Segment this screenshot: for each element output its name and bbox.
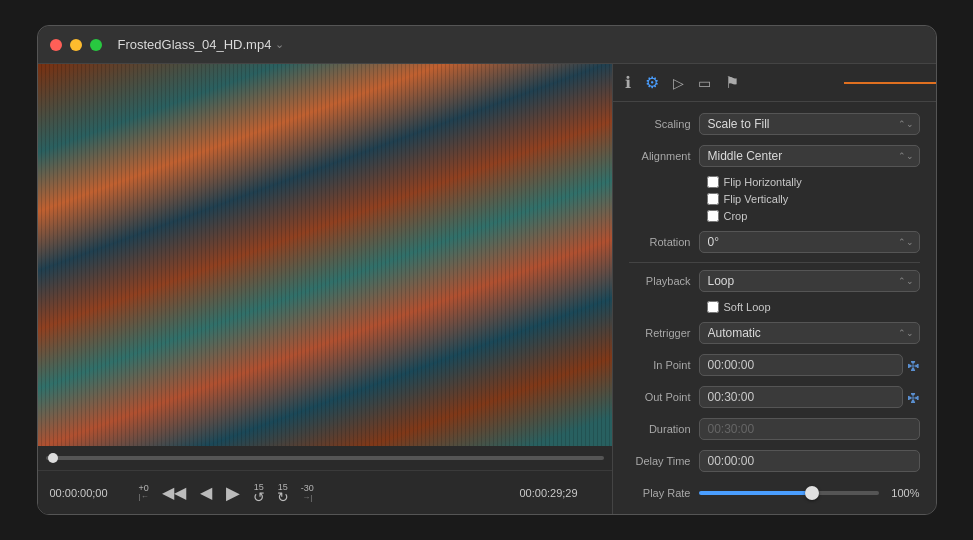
tab-info-icon[interactable]: ℹ — [625, 73, 631, 92]
ff30-button[interactable]: -30 →| — [298, 481, 317, 504]
video-preview — [38, 64, 612, 446]
out-point-control: ⧾ — [699, 386, 920, 408]
ff30-label: -30 — [301, 483, 314, 493]
flip-h-checkbox[interactable] — [707, 176, 719, 188]
play-rate-value: 100% — [885, 487, 920, 499]
flip-h-row: Flip Horizontally — [707, 176, 920, 188]
crop-item: Crop — [707, 210, 748, 222]
minimize-button[interactable] — [70, 39, 82, 51]
delay-time-label: Delay Time — [629, 455, 699, 467]
close-button[interactable] — [50, 39, 62, 51]
rw15-icon: ↺ — [253, 492, 265, 503]
scaling-arrow — [844, 76, 936, 90]
divider-1 — [629, 262, 920, 263]
title-bar: FrostedGlass_04_HD.mp4 ⌄ — [38, 26, 936, 64]
in-point-control: ⧾ — [699, 354, 920, 376]
title-chevron-icon: ⌄ — [275, 38, 284, 51]
play-rate-label: Play Rate — [629, 487, 699, 499]
retrigger-dropdown[interactable]: Automatic Manual None — [699, 322, 920, 344]
ff30-arrow: →| — [302, 493, 312, 502]
duration-label: Duration — [629, 423, 699, 435]
main-window: FrostedGlass_04_HD.mp4 ⌄ 00:00:00;00 +0 … — [37, 25, 937, 515]
play-rate-slider-track[interactable] — [699, 491, 879, 495]
main-content: 00:00:00;00 +0 |← ◀◀ ◀ ▶ 15 ↺ — [38, 64, 936, 514]
rotation-row: Rotation 0° 90° 180° 270° — [629, 230, 920, 254]
soft-loop-label: Soft Loop — [724, 301, 771, 313]
alignment-row: Alignment Middle Center Top Left Top Cen… — [629, 144, 920, 168]
retrigger-label: Retrigger — [629, 327, 699, 339]
rewind-15-button[interactable]: 15 ↺ — [250, 480, 268, 505]
crop-row: Crop — [707, 210, 920, 222]
step-arrow: |← — [139, 493, 149, 501]
out-point-input[interactable] — [699, 386, 903, 408]
rotation-dropdown[interactable]: 0° 90° 180° 270° — [699, 231, 920, 253]
soft-loop-checkbox[interactable] — [707, 301, 719, 313]
rotation-label: Rotation — [629, 236, 699, 248]
flip-v-label: Flip Vertically — [724, 193, 789, 205]
tabs-bar: ℹ ⚙ ▷ ▭ ⚑ — [613, 64, 936, 102]
tab-display-icon[interactable]: ▭ — [698, 75, 711, 91]
play-rate-row: Play Rate 100% — [629, 481, 920, 505]
alignment-label: Alignment — [629, 150, 699, 162]
arrow-line — [844, 82, 936, 84]
forward-15-button[interactable]: 15 ↻ — [274, 480, 292, 505]
duration-input[interactable] — [699, 418, 920, 440]
time-current: 00:00:00;00 — [50, 487, 130, 499]
in-point-input[interactable] — [699, 354, 903, 376]
out-point-row: Out Point ⧾ — [629, 385, 920, 409]
tab-layers-icon[interactable]: ▷ — [673, 75, 684, 91]
scaling-select-wrapper: Scale to Fill Scale to Fit Stretch None — [699, 113, 920, 135]
out-point-input-wrapper: ⧾ — [699, 386, 920, 408]
scaling-label: Scaling — [629, 118, 699, 130]
scrubber-track[interactable] — [46, 456, 604, 460]
delay-time-control — [699, 450, 920, 472]
window-title: FrostedGlass_04_HD.mp4 — [118, 37, 272, 52]
playback-select-wrapper: Loop Play Once Ping Pong Random — [699, 270, 920, 292]
play-button[interactable]: ▶ — [222, 480, 244, 506]
controls-bar: 00:00:00;00 +0 |← ◀◀ ◀ ▶ 15 ↺ — [38, 470, 612, 514]
scaling-dropdown[interactable]: Scale to Fill Scale to Fit Stretch None — [699, 113, 920, 135]
in-point-label: In Point — [629, 359, 699, 371]
in-point-filter-icon[interactable]: ⧾ — [907, 358, 920, 373]
tab-flag-icon[interactable]: ⚑ — [725, 73, 739, 92]
flip-v-checkbox[interactable] — [707, 193, 719, 205]
out-point-filter-icon[interactable]: ⧾ — [907, 390, 920, 405]
crop-checkbox[interactable] — [707, 210, 719, 222]
in-point-input-wrapper: ⧾ — [699, 354, 920, 376]
retrigger-row: Retrigger Automatic Manual None — [629, 321, 920, 345]
flip-h-label: Flip Horizontally — [724, 176, 802, 188]
settings-body: Scaling Scale to Fill Scale to Fit Stret… — [613, 102, 936, 514]
scrubber-bar[interactable] — [38, 446, 612, 470]
flip-h-item: Flip Horizontally — [707, 176, 802, 188]
duration-row: Duration — [629, 417, 920, 441]
delay-time-row: Delay Time — [629, 449, 920, 473]
scaling-row: Scaling Scale to Fill Scale to Fit Stret… — [629, 112, 920, 136]
playback-dropdown[interactable]: Loop Play Once Ping Pong Random — [699, 270, 920, 292]
crop-label: Crop — [724, 210, 748, 222]
settings-panel: ℹ ⚙ ▷ ▭ ⚑ Scaling — [613, 64, 936, 514]
step-button[interactable]: +0 |← — [136, 482, 152, 503]
out-point-label: Out Point — [629, 391, 699, 403]
in-point-row: In Point ⧾ — [629, 353, 920, 377]
scrubber-thumb[interactable] — [48, 453, 58, 463]
scaling-control: Scale to Fill Scale to Fit Stretch None — [699, 113, 920, 135]
playback-row: Playback Loop Play Once Ping Pong Random — [629, 269, 920, 293]
alignment-select-wrapper: Middle Center Top Left Top Center Top Ri… — [699, 145, 920, 167]
alignment-control: Middle Center Top Left Top Center Top Ri… — [699, 145, 920, 167]
duration-control — [699, 418, 920, 440]
playback-label: Playback — [629, 275, 699, 287]
video-panel: 00:00:00;00 +0 |← ◀◀ ◀ ▶ 15 ↺ — [38, 64, 613, 514]
video-frame — [38, 64, 612, 446]
delay-time-input[interactable] — [699, 450, 920, 472]
maximize-button[interactable] — [90, 39, 102, 51]
prev-frame-button[interactable]: ◀◀ — [158, 481, 190, 504]
step-back-button[interactable]: ◀ — [196, 481, 216, 504]
retrigger-control: Automatic Manual None — [699, 322, 920, 344]
tab-settings-icon[interactable]: ⚙ — [645, 73, 659, 92]
play-rate-slider-thumb[interactable] — [805, 486, 819, 500]
time-end: 00:00:29;29 — [520, 487, 600, 499]
ff15-icon: ↻ — [277, 492, 289, 503]
alignment-dropdown[interactable]: Middle Center Top Left Top Center Top Ri… — [699, 145, 920, 167]
soft-loop-item: Soft Loop — [707, 301, 771, 313]
flip-v-row: Flip Vertically — [707, 193, 920, 205]
